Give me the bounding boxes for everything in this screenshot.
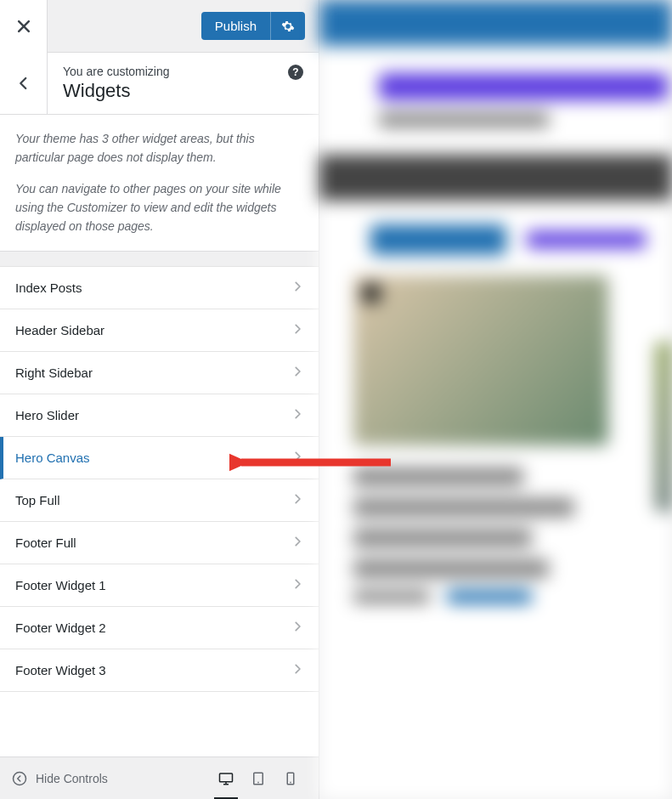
hide-controls-label: Hide Controls bbox=[36, 772, 108, 785]
back-button[interactable] bbox=[0, 53, 48, 114]
customizer-footer: Hide Controls bbox=[0, 756, 319, 799]
widget-area-item[interactable]: Footer Widget 1 bbox=[0, 564, 319, 607]
widget-area-item[interactable]: Footer Full bbox=[0, 522, 319, 564]
tablet-icon bbox=[251, 771, 266, 786]
close-icon bbox=[15, 18, 32, 35]
chevron-right-icon bbox=[291, 280, 303, 295]
chevron-right-icon bbox=[291, 536, 303, 550]
customizer-panel: Publish You are customizing Widgets ? Yo… bbox=[0, 0, 319, 799]
section-description: Your theme has 3 other widget areas, but… bbox=[0, 115, 319, 252]
widget-area-label: Footer Widget 1 bbox=[15, 578, 106, 592]
widget-area-item[interactable]: Hero Canvas bbox=[0, 437, 319, 479]
device-desktop-button[interactable] bbox=[210, 757, 242, 800]
desktop-icon bbox=[218, 771, 234, 786]
chevron-right-icon bbox=[291, 450, 303, 465]
preview-pane bbox=[319, 0, 672, 799]
chevron-right-icon bbox=[291, 663, 303, 677]
widget-area-list: Index PostsHeader SidebarRight SidebarHe… bbox=[0, 267, 319, 692]
mobile-icon bbox=[283, 771, 298, 786]
device-tablet-button[interactable] bbox=[242, 757, 274, 800]
widget-area-item[interactable]: Footer Widget 2 bbox=[0, 607, 319, 649]
hide-controls-button[interactable]: Hide Controls bbox=[12, 771, 108, 786]
widget-area-item[interactable]: Right Sidebar bbox=[0, 352, 319, 394]
customizing-label: You are customizing bbox=[63, 65, 303, 78]
close-button[interactable] bbox=[0, 0, 48, 53]
device-mobile-button[interactable] bbox=[274, 757, 307, 800]
widget-area-label: Footer Full bbox=[15, 536, 76, 550]
chevron-right-icon bbox=[291, 408, 303, 422]
widget-area-label: Index Posts bbox=[15, 280, 82, 295]
widget-area-label: Top Full bbox=[15, 493, 60, 507]
widget-area-item[interactable]: Index Posts bbox=[0, 267, 319, 309]
section-title: Widgets bbox=[63, 80, 303, 102]
section-header: You are customizing Widgets ? bbox=[0, 53, 319, 115]
widget-area-item[interactable]: Top Full bbox=[0, 479, 319, 522]
publish-settings-button[interactable] bbox=[270, 12, 305, 40]
spacer bbox=[0, 252, 319, 267]
widget-area-label: Footer Widget 3 bbox=[15, 663, 106, 677]
widget-area-item[interactable]: Header Sidebar bbox=[0, 309, 319, 352]
widget-area-label: Header Sidebar bbox=[15, 323, 104, 337]
gear-icon bbox=[281, 20, 295, 33]
widget-area-item[interactable]: Hero Slider bbox=[0, 394, 319, 437]
publish-button[interactable]: Publish bbox=[201, 12, 270, 40]
svg-point-2 bbox=[14, 772, 26, 785]
chevron-right-icon bbox=[291, 578, 303, 592]
publish-group: Publish bbox=[201, 12, 305, 40]
help-button[interactable]: ? bbox=[288, 65, 303, 80]
customizer-top-bar: Publish bbox=[0, 0, 319, 53]
widget-area-item[interactable]: Footer Widget 3 bbox=[0, 649, 319, 692]
widget-area-label: Footer Widget 2 bbox=[15, 620, 106, 635]
svg-rect-3 bbox=[220, 774, 233, 782]
chevron-right-icon bbox=[291, 366, 303, 380]
description-paragraph: Your theme has 3 other widget areas, but… bbox=[15, 130, 303, 167]
collapse-left-icon bbox=[12, 771, 27, 786]
chevron-right-icon bbox=[291, 620, 303, 635]
chevron-right-icon bbox=[291, 493, 303, 507]
description-paragraph: You can navigate to other pages on your … bbox=[15, 180, 303, 235]
chevron-left-icon bbox=[16, 76, 31, 91]
widget-area-label: Hero Slider bbox=[15, 408, 79, 422]
chevron-right-icon bbox=[291, 323, 303, 337]
section-title-block: You are customizing Widgets ? bbox=[48, 53, 319, 114]
widget-area-label: Hero Canvas bbox=[15, 450, 90, 465]
widget-area-label: Right Sidebar bbox=[15, 366, 93, 380]
